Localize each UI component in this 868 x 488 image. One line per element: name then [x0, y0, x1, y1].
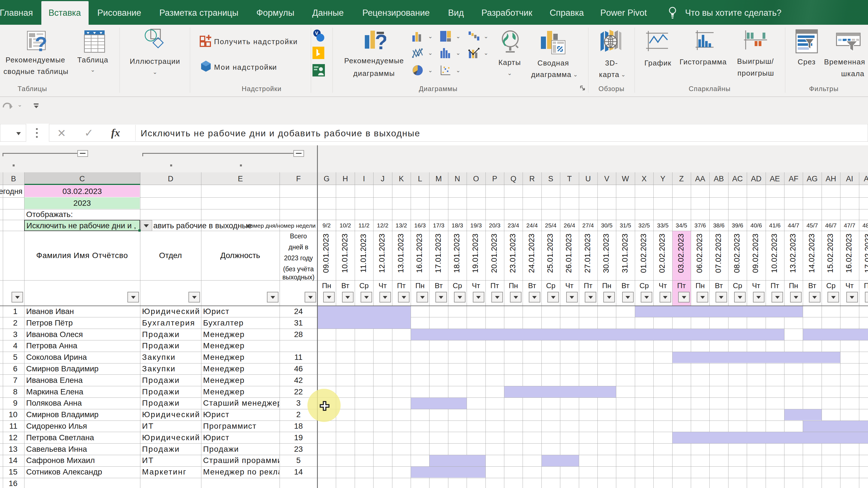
- svg-text:?: ?: [35, 33, 47, 55]
- svg-text:?: ?: [375, 30, 386, 54]
- svg-text:V: V: [315, 31, 318, 36]
